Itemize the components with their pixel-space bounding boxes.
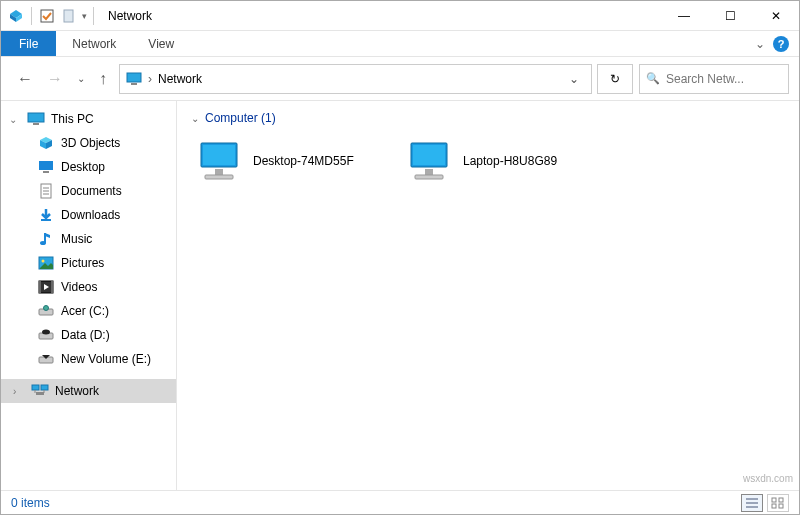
chevron-down-icon[interactable]: ⌄ bbox=[9, 114, 21, 125]
svg-rect-34 bbox=[413, 145, 445, 165]
svg-rect-25 bbox=[41, 385, 48, 390]
sidebar-item-music[interactable]: Music bbox=[1, 227, 176, 251]
videos-icon bbox=[37, 279, 55, 295]
list-item[interactable]: Desktop-74MD55F bbox=[191, 133, 391, 189]
svg-rect-42 bbox=[772, 504, 776, 508]
sidebar-item-label: Data (D:) bbox=[61, 328, 110, 342]
drive-icon bbox=[37, 351, 55, 367]
status-text: 0 items bbox=[11, 496, 50, 510]
network-icon bbox=[31, 383, 49, 399]
sidebar-item-3d-objects[interactable]: 3D Objects bbox=[1, 131, 176, 155]
drive-icon bbox=[37, 303, 55, 319]
address-icon bbox=[126, 72, 142, 86]
svg-rect-4 bbox=[28, 113, 44, 122]
sidebar-item-this-pc[interactable]: ⌄ This PC bbox=[1, 107, 176, 131]
this-pc-icon bbox=[27, 111, 45, 127]
svg-point-13 bbox=[40, 241, 46, 245]
svg-rect-40 bbox=[772, 498, 776, 502]
chevron-down-icon[interactable]: ⌄ bbox=[191, 113, 199, 124]
sidebar-item-desktop[interactable]: Desktop bbox=[1, 155, 176, 179]
svg-rect-43 bbox=[779, 504, 783, 508]
pictures-icon bbox=[37, 255, 55, 271]
svg-rect-7 bbox=[43, 171, 49, 173]
svg-rect-2 bbox=[127, 73, 141, 82]
back-button[interactable]: ← bbox=[17, 70, 33, 88]
minimize-button[interactable]: — bbox=[661, 1, 707, 31]
svg-rect-35 bbox=[425, 169, 433, 175]
group-label: Computer (1) bbox=[205, 111, 276, 125]
music-icon bbox=[37, 231, 55, 247]
tab-view[interactable]: View bbox=[132, 31, 190, 56]
qat-dropdown-icon[interactable]: ▾ bbox=[82, 11, 87, 21]
svg-rect-31 bbox=[215, 169, 223, 175]
window-title: Network bbox=[108, 9, 152, 23]
details-view-toggle[interactable] bbox=[741, 494, 763, 512]
app-icon bbox=[7, 7, 25, 25]
qat-separator bbox=[31, 7, 32, 25]
svg-rect-18 bbox=[51, 281, 53, 293]
svg-rect-36 bbox=[415, 175, 443, 179]
maximize-button[interactable]: ☐ bbox=[707, 1, 753, 31]
recent-locations-button[interactable]: ⌄ bbox=[77, 73, 85, 84]
svg-rect-24 bbox=[32, 385, 39, 390]
group-header-computer[interactable]: ⌄ Computer (1) bbox=[191, 111, 785, 125]
svg-point-20 bbox=[44, 306, 49, 311]
tab-network[interactable]: Network bbox=[56, 31, 132, 56]
svg-rect-32 bbox=[205, 175, 233, 179]
navigation-pane: ⌄ This PC 3D Objects Desktop Documents D… bbox=[1, 101, 177, 490]
sidebar-item-downloads[interactable]: Downloads bbox=[1, 203, 176, 227]
address-bar[interactable]: › Network ⌄ bbox=[119, 64, 592, 94]
sidebar-item-drive-e[interactable]: New Volume (E:) bbox=[1, 347, 176, 371]
svg-point-22 bbox=[42, 330, 50, 335]
cube-icon bbox=[37, 135, 55, 151]
sidebar-item-drive-c[interactable]: Acer (C:) bbox=[1, 299, 176, 323]
sidebar-item-label: Desktop bbox=[61, 160, 105, 174]
sidebar-item-videos[interactable]: Videos bbox=[1, 275, 176, 299]
document-icon bbox=[37, 183, 55, 199]
sidebar-item-label: Downloads bbox=[61, 208, 120, 222]
download-icon bbox=[37, 207, 55, 223]
sidebar-item-label: Pictures bbox=[61, 256, 104, 270]
search-icon: 🔍 bbox=[646, 72, 660, 85]
sidebar-item-label: Acer (C:) bbox=[61, 304, 109, 318]
breadcrumb[interactable]: Network bbox=[158, 72, 202, 86]
drive-icon bbox=[37, 327, 55, 343]
close-button[interactable]: ✕ bbox=[753, 1, 799, 31]
sidebar-item-label: 3D Objects bbox=[61, 136, 120, 150]
search-input[interactable]: 🔍 Search Netw... bbox=[639, 64, 789, 94]
forward-button[interactable]: → bbox=[47, 70, 63, 88]
help-icon[interactable]: ? bbox=[773, 36, 789, 52]
item-label: Laptop-H8U8G89 bbox=[463, 154, 557, 168]
sidebar-item-drive-d[interactable]: Data (D:) bbox=[1, 323, 176, 347]
ribbon-expand-icon[interactable]: ⌄ bbox=[755, 37, 765, 51]
svg-rect-17 bbox=[39, 281, 41, 293]
qat-new-folder-icon[interactable] bbox=[60, 7, 78, 25]
desktop-icon bbox=[37, 159, 55, 175]
computer-icon bbox=[405, 139, 453, 183]
up-button[interactable]: ↑ bbox=[99, 70, 107, 88]
computer-icon bbox=[195, 139, 243, 183]
sidebar-item-documents[interactable]: Documents bbox=[1, 179, 176, 203]
sidebar-item-label: Videos bbox=[61, 280, 97, 294]
refresh-button[interactable]: ↻ bbox=[597, 64, 633, 94]
svg-rect-1 bbox=[64, 10, 73, 22]
svg-rect-3 bbox=[131, 83, 137, 85]
svg-rect-0 bbox=[41, 10, 53, 22]
address-history-button[interactable]: ⌄ bbox=[563, 72, 585, 86]
sidebar-item-label: New Volume (E:) bbox=[61, 352, 151, 366]
qat-properties-icon[interactable] bbox=[38, 7, 56, 25]
list-item[interactable]: Laptop-H8U8G89 bbox=[401, 133, 601, 189]
svg-rect-5 bbox=[33, 123, 39, 125]
svg-rect-41 bbox=[779, 498, 783, 502]
chevron-right-icon[interactable]: › bbox=[13, 386, 25, 397]
file-tab[interactable]: File bbox=[1, 31, 56, 56]
icons-view-toggle[interactable] bbox=[767, 494, 789, 512]
sidebar-item-pictures[interactable]: Pictures bbox=[1, 251, 176, 275]
content-pane: ⌄ Computer (1) Desktop-74MD55F Laptop-H8… bbox=[177, 101, 799, 490]
sidebar-item-network[interactable]: › Network bbox=[1, 379, 176, 403]
qat-separator2 bbox=[93, 7, 94, 25]
search-placeholder: Search Netw... bbox=[666, 72, 744, 86]
refresh-icon: ↻ bbox=[610, 72, 620, 86]
svg-rect-26 bbox=[36, 392, 44, 395]
breadcrumb-separator[interactable]: › bbox=[148, 72, 152, 86]
